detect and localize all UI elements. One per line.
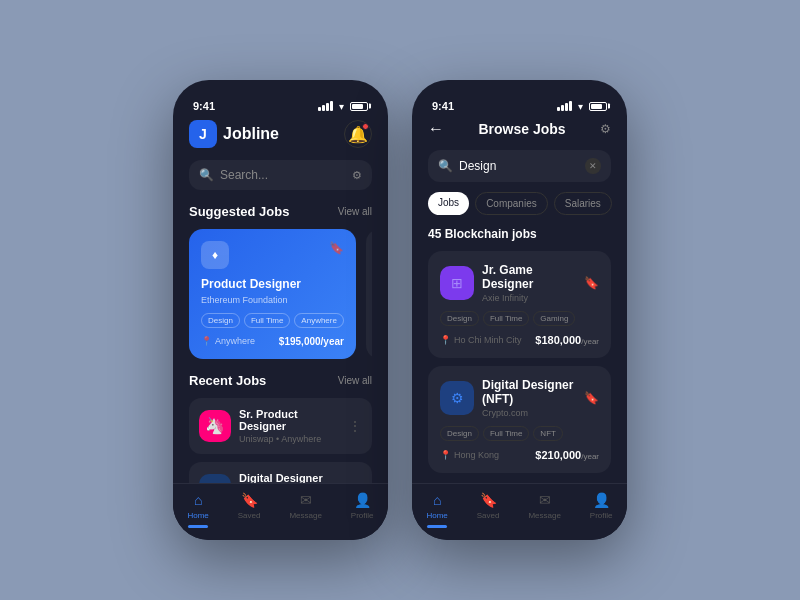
nav-saved-label-2: Saved [477,511,500,520]
nav-profile-label-2: Profile [590,511,613,520]
wifi-icon-2: ▾ [578,101,583,112]
recent-job-1[interactable]: 🦄 Sr. Product Designer Uniswap • Anywher… [189,398,372,454]
logo-area: J Jobline [189,120,279,148]
nav-profile-label: Profile [351,511,374,520]
battery-icon-2 [589,102,607,111]
profile-icon-2: 👤 [593,492,610,508]
message-icon: ✉ [300,492,312,508]
location-pin-icon: 📍 [201,336,212,346]
uniswap-logo: 🦄 [199,410,231,442]
bjc-tag-fulltime-2: Full Time [483,426,529,441]
axie-logo: ⊞ [440,266,474,300]
nav-home-label: Home [187,511,208,520]
bjc-tag-design-1: Design [440,311,479,326]
suggested-jobs-scroll: ♦ 🔖 Product Designer Ethereum Foundation… [189,229,372,359]
bjc-tags-1: Design Full Time Gaming [440,311,599,326]
bottom-nav-2: ⌂ Home 🔖 Saved ✉ Message 👤 Profile [412,483,627,540]
nav-message-2[interactable]: ✉ Message [528,492,560,528]
bjc-title-2: Digital Designer (NFT) [482,378,576,406]
results-count: 45 Blockchain jobs [428,227,611,241]
recent-job-1-sub: Uniswap • Anywhere [239,434,340,444]
bjc-company-2: Crypto.com [482,408,576,418]
search-icon: 🔍 [199,168,214,182]
browse-title: Browse Jobs [478,121,565,137]
bjc-info-2: Digital Designer (NFT) Crypto.com [482,378,576,418]
home-icon: ⌂ [194,492,202,508]
status-icons: ▾ [318,101,368,112]
recent-section-header: Recent Jobs View all [189,373,372,388]
search-bar[interactable]: 🔍 Search... ⚙ [189,160,372,190]
bjc-tag-gaming: Gaming [533,311,575,326]
card-top: ♦ 🔖 [201,241,344,269]
home-icon-2: ⌂ [433,492,441,508]
bjc-salary-2: $210,000/year [535,449,599,461]
eth-icon: ♦ [212,248,218,262]
tab-salaries[interactable]: Salaries [554,192,612,215]
back-button[interactable]: ← [428,120,444,138]
featured-job-card[interactable]: ♦ 🔖 Product Designer Ethereum Foundation… [189,229,356,359]
clear-button[interactable]: ✕ [585,158,601,174]
bjc-salary-1: $180,000/year [535,334,599,346]
nav-message-label-2: Message [528,511,560,520]
bookmark-2[interactable]: 🔖 [584,391,599,405]
bjc-location-1: 📍 Ho Chi Minh City [440,335,522,345]
card-footer: 📍 Anywhere $195,000/year [201,336,344,347]
wifi-icon: ▾ [339,101,344,112]
suggested-title: Suggested Jobs [189,204,289,219]
search-value[interactable]: Design [459,159,579,173]
browse-job-2[interactable]: ⚙ Digital Designer (NFT) Crypto.com 🔖 De… [428,366,611,473]
pin-icon-3: 📍 [440,335,451,345]
status-time: 9:41 [193,100,215,112]
bjc-footer-2: 📍 Hong Kong $210,000/year [440,449,599,461]
filter-icon[interactable]: ⚙ [600,122,611,136]
nav-home[interactable]: ⌂ Home [187,492,208,528]
crypto-icon-2: ⚙ [451,390,464,406]
notification-button[interactable]: 🔔 [344,120,372,148]
nav-message[interactable]: ✉ Message [289,492,321,528]
bjc-tag-design-2: Design [440,426,479,441]
bjc-tag-fulltime-1: Full Time [483,311,529,326]
suggested-section-header: Suggested Jobs View all [189,204,372,219]
browse-search-bar[interactable]: 🔍 Design ✕ [428,150,611,182]
signal-icon-2 [557,101,572,111]
bookmark-1[interactable]: 🔖 [584,276,599,290]
bjc-info-1: Jr. Game Designer Axie Infinity [482,263,576,303]
status-icons-2: ▾ [557,101,607,112]
nav-home-label-2: Home [426,511,447,520]
app-header: J Jobline 🔔 [189,120,372,148]
signal-icon [318,101,333,111]
uniswap-icon: 🦄 [205,416,225,435]
tag-fulltime: Full Time [244,313,290,328]
bjc-title-1: Jr. Game Designer [482,263,576,291]
notification-dot [362,123,369,130]
bjc-company-1: Axie Infinity [482,293,576,303]
tag-anywhere: Anywhere [294,313,344,328]
nav-saved[interactable]: 🔖 Saved [238,492,261,528]
pin-icon-4: 📍 [440,450,451,460]
nav-home-2[interactable]: ⌂ Home [426,492,447,528]
location-text: 📍 Anywhere [201,336,255,346]
filter-button[interactable]: ⚙ [352,169,362,182]
second-job-card[interactable]: ⚙ 🔖 Engineer Design 📍 Ireland [366,229,372,359]
bookmark-icon[interactable]: 🔖 [329,241,344,255]
status-time-2: 9:41 [432,100,454,112]
tab-companies[interactable]: Companies [475,192,548,215]
more-button-1[interactable]: ⋮ [348,418,362,434]
search-input[interactable]: Search... [220,168,346,182]
browse-job-1[interactable]: ⊞ Jr. Game Designer Axie Infinity 🔖 Desi… [428,251,611,358]
tab-jobs[interactable]: Jobs [428,192,469,215]
nav-saved-2[interactable]: 🔖 Saved [477,492,500,528]
tag-design: Design [201,313,240,328]
bjc-top-2: ⚙ Digital Designer (NFT) Crypto.com 🔖 [440,378,599,418]
nav-profile-2[interactable]: 👤 Profile [590,492,613,528]
suggested-view-all[interactable]: View all [338,206,372,217]
nav-profile[interactable]: 👤 Profile [351,492,374,528]
app-name: Jobline [223,125,279,143]
recent-view-all[interactable]: View all [338,375,372,386]
bjc-top-1: ⊞ Jr. Game Designer Axie Infinity 🔖 [440,263,599,303]
nav-active-indicator [188,525,208,528]
profile-icon: 👤 [354,492,371,508]
search-icon-2: 🔍 [438,159,453,173]
tabs-row: Jobs Companies Salaries [428,192,611,215]
nav-active-indicator-2 [427,525,447,528]
